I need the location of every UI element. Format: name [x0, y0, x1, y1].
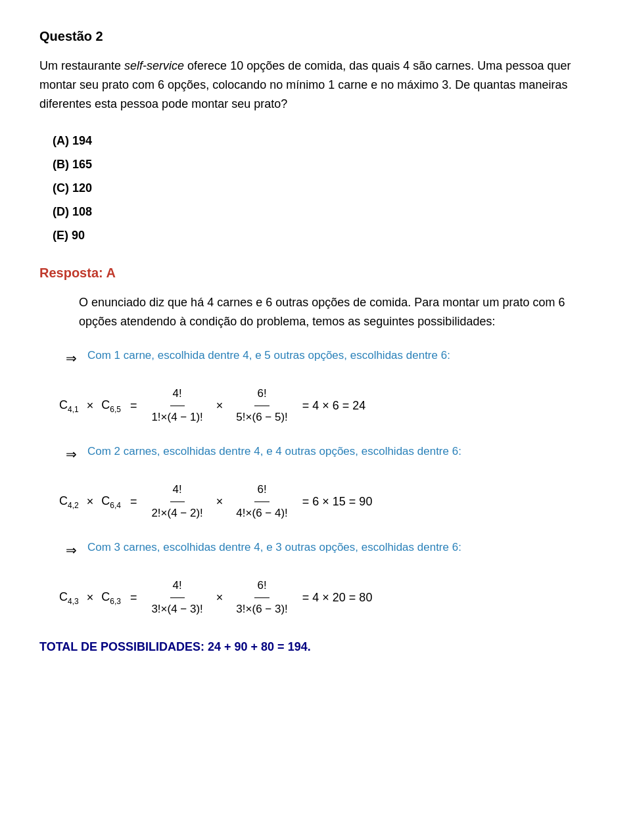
- formula1-times1: ×: [87, 395, 94, 416]
- formula2-times2: ×: [216, 491, 223, 512]
- arrow-icon-1: ⇒: [66, 348, 77, 368]
- formula2-frac1: 4! 2!×(4 − 2)!: [149, 480, 205, 523]
- option-e: (E) 90: [53, 223, 592, 247]
- formula3-times2: ×: [216, 587, 223, 608]
- formula2-frac2: 6! 4!×(6 − 4)!: [233, 480, 290, 523]
- formula3-result: = 4 × 20 = 80: [302, 587, 373, 608]
- formula2-c42: C4,2: [59, 490, 79, 513]
- formula1-frac1: 4! 1!×(4 − 1)!: [149, 384, 205, 427]
- formula1-result: = 4 × 6 = 24: [302, 395, 366, 416]
- bullet-text-2: Com 2 carnes, escolhidas dentre 4, e 4 o…: [87, 443, 461, 460]
- formula3-frac2: 6! 3!×(6 − 3)!: [233, 576, 290, 619]
- formula1-eq1: =: [130, 395, 137, 416]
- explanation-intro: O enunciado diz que há 4 carnes e 6 outr…: [79, 293, 592, 331]
- formula3-c43: C4,3: [59, 586, 79, 609]
- option-a: (A) 194: [53, 129, 592, 152]
- option-c: (C) 120: [53, 176, 592, 200]
- bullet-section-1: ⇒ Com 1 carne, escolhida dentre 4, e 5 o…: [39, 347, 592, 368]
- formula1-frac2: 6! 5!×(6 − 5)!: [233, 384, 290, 427]
- formula1-c41: C4,1: [59, 394, 79, 417]
- question-text: Um restaurante self-service oferece 10 o…: [39, 57, 592, 113]
- formula3-eq1: =: [130, 587, 137, 608]
- options-list: (A) 194 (B) 165 (C) 120 (D) 108 (E) 90: [53, 129, 592, 247]
- formula2-c64: C6,4: [101, 490, 121, 513]
- formula2-result: = 6 × 15 = 90: [302, 491, 373, 512]
- arrow-icon-3: ⇒: [66, 540, 77, 560]
- question-title: Questão 2: [39, 26, 592, 46]
- bullet-text-1: Com 1 carne, escolhida dentre 4, e 5 out…: [87, 347, 450, 364]
- arrow-icon-2: ⇒: [66, 444, 77, 464]
- answer-label: Resposta: A: [39, 263, 592, 283]
- option-d: (D) 108: [53, 200, 592, 223]
- formula-block-3: C4,3 × C6,3 = 4! 3!×(4 − 3)! × 6! 3!×(6 …: [59, 576, 592, 619]
- bullet-row-2: ⇒ Com 2 carnes, escolhidas dentre 4, e 4…: [39, 443, 592, 464]
- bullet-row-1: ⇒ Com 1 carne, escolhida dentre 4, e 5 o…: [39, 347, 592, 368]
- formula-block-1: C4,1 × C6,5 = 4! 1!×(4 − 1)! × 6! 5!×(6 …: [59, 384, 592, 427]
- total-line: TOTAL DE POSSIBILIDADES: 24 + 90 + 80 = …: [39, 638, 592, 656]
- bullet-section-3: ⇒ Com 3 carnes, escolhidas dentre 4, e 3…: [39, 539, 592, 560]
- formula3-frac1: 4! 3!×(4 − 3)!: [149, 576, 205, 619]
- formula2-eq1: =: [130, 491, 137, 512]
- formula1-c65: C6,5: [101, 394, 121, 417]
- formula-block-2: C4,2 × C6,4 = 4! 2!×(4 − 2)! × 6! 4!×(6 …: [59, 480, 592, 523]
- bullet-section-2: ⇒ Com 2 carnes, escolhidas dentre 4, e 4…: [39, 443, 592, 464]
- option-b: (B) 165: [53, 152, 592, 176]
- formula3-c63: C6,3: [101, 586, 121, 609]
- formula2-times1: ×: [87, 491, 94, 512]
- bullet-row-3: ⇒ Com 3 carnes, escolhidas dentre 4, e 3…: [39, 539, 592, 560]
- formula3-times1: ×: [87, 587, 94, 608]
- bullet-text-3: Com 3 carnes, escolhidas dentre 4, e 3 o…: [87, 539, 461, 556]
- formula1-times2: ×: [216, 395, 223, 416]
